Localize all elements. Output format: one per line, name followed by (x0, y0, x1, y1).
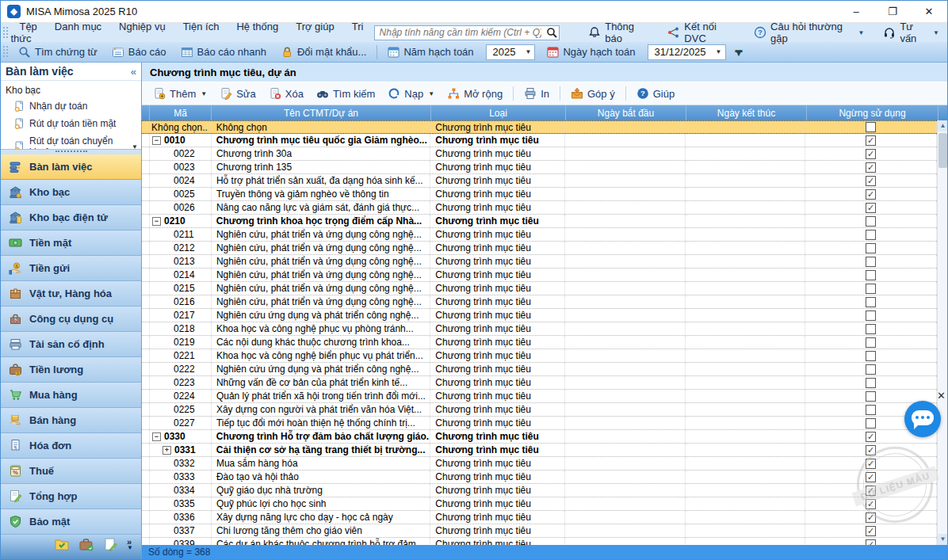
câu-hỏi-thường-gặp-button[interactable]: ?Câu hỏi thường gặp▼ (746, 19, 872, 46)
help-button[interactable]: ?Giúp (630, 85, 681, 102)
sidebar-item-2[interactable]: Kho bạc điện tử (1, 205, 141, 230)
checkbox-checked[interactable]: ✓ (866, 176, 876, 186)
delete-button[interactable]: Xóa (262, 85, 310, 102)
table-row[interactable]: 0219Các nội dung khác thuộc chương trình… (142, 336, 937, 349)
checkbox-unchecked[interactable] (866, 364, 876, 375)
sidebar-item-11[interactable]: §Hóa đơn (1, 433, 141, 459)
table-row[interactable]: 0222Nghiên cứu ứng dụng và phát triển cô… (142, 363, 937, 376)
checkbox-checked[interactable]: ✓ (866, 149, 876, 159)
sidebar-item-5[interactable]: Vật tư, Hàng hóa (1, 281, 141, 307)
checkbox-unchecked[interactable] (866, 418, 876, 429)
checkbox-unchecked[interactable] (866, 216, 876, 227)
thông-báo-button[interactable]: Thông báo (580, 19, 656, 46)
menu-item-1[interactable]: Danh mục (46, 18, 110, 35)
tree-item-1[interactable]: Rút dự toán tiền mặt (1, 115, 141, 132)
toolbar-overflow-button[interactable]: ▬▼ (731, 48, 747, 56)
scrollbar-thumb[interactable] (938, 133, 947, 168)
report-fast-button[interactable]: Báo cáo nhanh (174, 44, 273, 61)
checkbox-unchecked[interactable] (866, 351, 876, 361)
sidebar-item-10[interactable]: Bán hàng (1, 408, 141, 433)
refresh-button[interactable]: Nạp▼ (381, 85, 441, 102)
menu-item-5[interactable]: Trợ giúp (287, 18, 343, 35)
checkbox-unchecked[interactable] (866, 257, 876, 267)
scroll-down-icon[interactable]: ▼ (938, 534, 947, 545)
table-row[interactable]: 0211Nghiên cứu, phát triển và ứng dụng c… (142, 228, 937, 242)
table-row[interactable]: 0025Truyền thông và giảm nghèo về thông … (142, 188, 937, 201)
sidebar-item-4[interactable]: $Tiền gửi (1, 256, 141, 281)
table-row[interactable]: 0026Nâng cao năng lực và giám sát, đánh … (142, 201, 937, 215)
collapse-node-icon[interactable]: − (152, 217, 161, 226)
chat-close-icon[interactable]: ✕ (937, 390, 946, 402)
checkbox-unchecked[interactable] (866, 310, 876, 321)
checkbox-unchecked[interactable] (866, 270, 876, 280)
feedback-button[interactable]: Góp ý (564, 85, 621, 102)
row-indicator-header[interactable] (142, 105, 150, 120)
column-header-2[interactable]: Loại (431, 105, 566, 120)
table-row[interactable]: 0335Quỹ phúc lợi cho học sinhChương trìn… (142, 497, 937, 511)
sidebar-item-14[interactable]: Bảo mật (1, 509, 141, 535)
column-header-4[interactable]: Ngày kết thúc (686, 105, 807, 120)
table-row[interactable]: −0210Chương trình khoa học trọng điểm cấ… (142, 215, 937, 228)
menu-item-4[interactable]: Hệ thống (227, 18, 287, 35)
kết-nối-dvc-button[interactable]: Kết nối DVC (659, 19, 743, 46)
table-row[interactable]: 0332Mua sắm hàng hóaChương trình mục tiê… (142, 457, 937, 470)
checkbox-unchecked[interactable] (866, 243, 876, 253)
lock-button[interactable]: Đổi mật khẩu... (273, 44, 373, 61)
collapse-node-icon[interactable]: − (152, 136, 161, 145)
chat-bubble-button[interactable] (904, 401, 941, 437)
table-row[interactable]: 0334Quỹ giáo dục nhà trườngChương trình … (142, 484, 937, 497)
column-header-5[interactable]: Ngừng sử dụng (807, 105, 938, 120)
table-row[interactable]: 0336Xây dựng năng lực cho dạy - học cả n… (142, 511, 937, 524)
briefcase-check-icon[interactable] (79, 538, 94, 551)
add-button[interactable]: Thêm▼ (147, 85, 213, 102)
checkbox-checked[interactable]: ✓ (866, 189, 876, 200)
toolbar-grip[interactable] (2, 45, 9, 59)
checkbox-checked[interactable]: ✓ (866, 162, 876, 173)
sidebar-item-13[interactable]: Tổng hợp (1, 484, 141, 509)
toolbar-grip[interactable] (2, 26, 8, 40)
expand-button[interactable]: Mở rộng (441, 85, 509, 102)
table-row[interactable]: 0212Nghiên cứu, phát triển và ứng dụng c… (142, 242, 937, 255)
sidebar-item-0[interactable]: Bàn làm việc (1, 154, 141, 180)
collapse-sidebar-icon[interactable]: « (131, 66, 136, 78)
table-row[interactable]: 0333Đào tạo và hội thảoChương trình mục … (142, 470, 937, 484)
expand-node-icon[interactable]: + (162, 446, 171, 455)
fiscal-year-select[interactable]: 2025▼ (486, 44, 536, 60)
table-row[interactable]: −0010Chương trình mục tiêu quốc gia Giảm… (142, 134, 937, 147)
checkbox-checked[interactable]: ✓ (866, 539, 876, 546)
column-header-0[interactable]: Mã (150, 105, 212, 120)
table-row[interactable]: 0224Quản lý phát triển xã hội trong tiến… (142, 390, 937, 403)
table-row[interactable]: 0225Xây dựng con người và phát triển văn… (142, 403, 937, 417)
vertical-scrollbar[interactable]: ▲ ▼ (937, 120, 947, 545)
checkbox-unchecked[interactable] (866, 284, 876, 294)
sidebar-overflow-button[interactable]: »▼ (127, 539, 133, 550)
checkbox-checked[interactable]: ✓ (866, 203, 876, 213)
note-edit-icon[interactable] (104, 538, 117, 551)
table-row[interactable]: 0022Chương trình 30aChương trình mục tiê… (142, 147, 937, 161)
table-row[interactable]: 0339Các dự án khác thuộc chương trình hỗ… (142, 538, 937, 545)
table-row[interactable]: 0337Chi lương tăng thêm cho giáo viênChư… (142, 524, 937, 538)
table-row[interactable]: 0221Khoa học và công nghệ biển phục vụ p… (142, 349, 937, 363)
scroll-up-icon[interactable]: ▲ (938, 120, 947, 131)
table-row[interactable]: 0213Nghiên cứu, phát triển và ứng dụng c… (142, 255, 937, 269)
table-row[interactable]: 0217Nghiên cứu ứng dụng và phát triển cô… (142, 309, 937, 322)
table-row[interactable]: +0331Cải thiện cơ sở hạ tầng trang thiết… (142, 444, 937, 457)
sidebar-item-9[interactable]: Mua hàng (1, 383, 141, 408)
table-row[interactable]: 0214Nghiên cứu, phát triển và ứng dụng c… (142, 269, 937, 282)
menu-item-2[interactable]: Nghiệp vụ (110, 18, 174, 35)
checkbox-unchecked[interactable] (866, 122, 876, 132)
table-row[interactable]: << Không chọn..Không chọnChương trình mụ… (142, 120, 937, 134)
checkbox-unchecked[interactable] (866, 230, 876, 240)
table-row[interactable]: 0227Tiếp tục đổi mới hoàn thiện hệ thống… (142, 417, 937, 430)
table-row[interactable]: 0023Chương trình 135Chương trình mục tiê… (142, 161, 937, 174)
sidebar-item-3[interactable]: Tiền mặt (1, 230, 141, 256)
checkbox-checked[interactable]: ✓ (866, 432, 876, 442)
sidebar-item-8[interactable]: $Tiền lương (1, 357, 141, 383)
checkbox-unchecked[interactable] (866, 378, 876, 388)
checkbox-unchecked[interactable] (866, 337, 876, 348)
folder-check-icon[interactable] (55, 538, 70, 551)
column-header-1[interactable]: Tên CTMT/Dự án (212, 105, 431, 120)
menu-item-3[interactable]: Tiện ích (174, 18, 228, 35)
table-row[interactable]: 0218Khoa học và công nghệ phục vụ phòng … (142, 322, 937, 336)
checkbox-unchecked[interactable] (866, 391, 876, 402)
